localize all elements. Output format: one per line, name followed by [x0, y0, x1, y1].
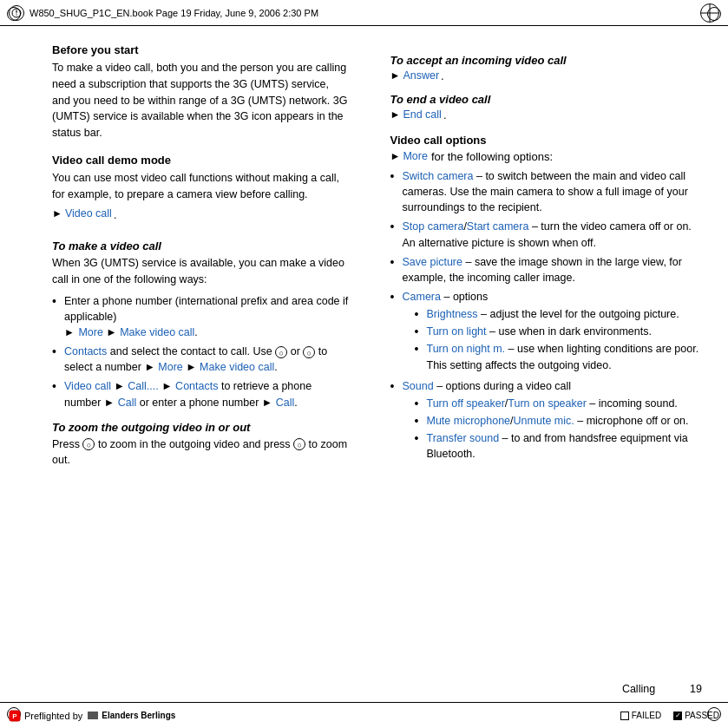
footer-right: FAILED ✓ PASSED [620, 711, 719, 720]
switch-camera-link: Switch camera [403, 170, 474, 182]
sub-dot-brightness: • [415, 306, 423, 322]
brightness-content: Brightness – adjust the level for the ou… [427, 306, 679, 322]
video-options-bullets: • Switch camera – to switch between the … [390, 168, 703, 463]
answer-period: . [441, 69, 444, 82]
more-link: More [403, 150, 427, 162]
bullet1-period: . [194, 326, 197, 338]
bullet-camera: • Camera – options • Brightness – adjust… [390, 289, 703, 375]
bullet2-period: . [274, 361, 277, 373]
header-left: W850_SHUG_P1C_EN.book Page 19 Friday, Ju… [9, 5, 318, 21]
switch-camera-content: Switch camera – to switch between the ma… [403, 168, 703, 215]
camera-link: Camera [403, 291, 441, 303]
calling-label: Calling [622, 683, 655, 695]
accept-video-call-arrow: ► Answer. [390, 69, 703, 82]
sound-sub-bullets: • Turn off speaker/Turn on speaker – inc… [403, 396, 703, 462]
brightness-after: – adjust the level for the outgoing pict… [481, 308, 679, 320]
bullet-dot-sp: • [390, 254, 399, 270]
bullet-stop-start-camera: • Stop camera/Start camera – turn the vi… [390, 219, 703, 250]
bullet2-contacts: Contacts [64, 345, 107, 357]
arrow-sym-end: ► [390, 108, 401, 121]
before-you-start-heading: Before you start [52, 43, 349, 56]
zoom-body2: to zoom in the outgoing video and press [98, 438, 291, 450]
bullet2-circle1: ○ [275, 346, 287, 358]
bullet-item-2: • Contacts and select the contact to cal… [52, 344, 349, 375]
bullet3-call: Call.... [128, 380, 158, 392]
end-video-call-heading: To end a video call [390, 93, 703, 106]
bullet-dot-2: • [52, 344, 61, 359]
mute-mic-link: Mute microphone [427, 415, 511, 427]
answer-link: Answer [403, 69, 439, 82]
bullet-dot-sc: • [390, 168, 399, 184]
header-bar: W850_SHUG_P1C_EN.book Page 19 Friday, Ju… [0, 0, 728, 26]
footer-logo: P Preflighted by [9, 710, 82, 722]
start-camera-link: Start camera [467, 220, 529, 233]
compass-icon [9, 5, 24, 21]
brightness-link: Brightness [427, 308, 478, 320]
bullet1-make-video-call: Make video call [120, 326, 194, 338]
bullet3-or: or enter a phone number ► [140, 397, 276, 409]
preflighted-text: Preflighted by [24, 711, 82, 721]
speaker-content: Turn off speaker/Turn on speaker – incom… [427, 396, 678, 411]
sub-dot-speaker: • [415, 396, 423, 411]
sound-link: Sound [403, 380, 434, 392]
bullet-sound: • Sound – options during a video call • … [390, 378, 703, 464]
video-call-demo-arrow: ► Video call. [52, 207, 349, 229]
sound-after: – options during a video call [436, 380, 571, 392]
bullet2-circle2: ○ [303, 346, 315, 358]
camera-sub-bullets: • Brightness – adjust the level for the … [403, 306, 703, 373]
save-picture-link: Save picture [403, 256, 462, 268]
sound-content: Sound – options during a video call • Tu… [403, 378, 703, 464]
bullet3-contacts: Contacts [175, 380, 218, 392]
bullet2-mid: and select the contact to call. Use [110, 345, 275, 357]
stop-camera-link: Stop camera [403, 220, 464, 233]
sub-dot-mic: • [415, 413, 423, 429]
bullet1-sep: ► [106, 326, 120, 338]
bullet-item-1: • Enter a phone number (international pr… [52, 293, 349, 341]
passed-check-mark: ✓ [675, 712, 681, 719]
crosshair-icon [700, 3, 719, 23]
bullet-switch-camera: • Switch camera – to switch between the … [390, 168, 703, 215]
sub-dot-transfer: • [415, 430, 423, 446]
bullet3-call3: Call [276, 397, 295, 409]
arrow-sym-more: ► [390, 150, 401, 162]
bullet3-period: . [294, 397, 297, 409]
bullet3-call2: Call [118, 397, 137, 409]
bullet-dot-3: • [52, 378, 61, 394]
svg-marker-1 [16, 9, 17, 13]
save-picture-content: Save picture – save the image shown in t… [403, 254, 703, 285]
content-area: Before you start To make a video call, b… [0, 26, 728, 702]
page-number-area: Calling 19 [622, 683, 702, 695]
svg-text:P: P [12, 712, 17, 720]
passed-checkbox-box: ✓ [673, 712, 682, 720]
sub-bullet-speaker: • Turn off speaker/Turn on speaker – inc… [415, 396, 703, 411]
video-call-period: . [114, 207, 116, 224]
video-call-demo-heading: Video call demo mode [52, 154, 349, 167]
bullet-dot-1: • [52, 293, 61, 309]
bullet3-arr1: ► [114, 380, 128, 392]
camera-content: Camera – options • Brightness – adjust t… [403, 289, 703, 375]
footer-left: P Preflighted by Elanders Berlings [9, 710, 175, 722]
sub-dot-night: • [415, 341, 423, 357]
bullet-dot-sound: • [390, 378, 399, 394]
more-after: for the following options: [431, 150, 553, 163]
end-call-link: End call [403, 108, 441, 121]
header-right [700, 3, 719, 23]
failed-checkbox: FAILED [620, 711, 661, 720]
turn-off-speaker-link: Turn off speaker [427, 397, 505, 410]
right-column: To accept an incoming video call ► Answe… [364, 26, 729, 702]
sub-bullet-night-mode: • Turn on night m. – use when lighting c… [415, 341, 703, 372]
bullet1-content: Enter a phone number (international pref… [64, 293, 349, 341]
sub-bullet-brightness: • Brightness – adjust the level for the … [415, 306, 703, 322]
mic-content: Mute microphone/Unmute mic. – microphone… [427, 413, 689, 429]
turn-on-light-link: Turn on light [427, 325, 487, 338]
passed-label: PASSED [685, 711, 719, 720]
stop-start-content: Stop camera/Start camera – turn the vide… [403, 219, 703, 250]
zoom-circle2: ○ [293, 438, 305, 450]
failed-checkbox-box [620, 712, 629, 720]
video-call-options-heading: Video call options [390, 134, 703, 147]
transfer-sound-link: Transfer sound [427, 432, 500, 444]
camera-after: – options [443, 291, 488, 303]
unmute-mic-link: Unmute mic. [514, 415, 574, 427]
bullet2-or: or [291, 345, 304, 357]
bullet2-more: More [158, 361, 182, 373]
